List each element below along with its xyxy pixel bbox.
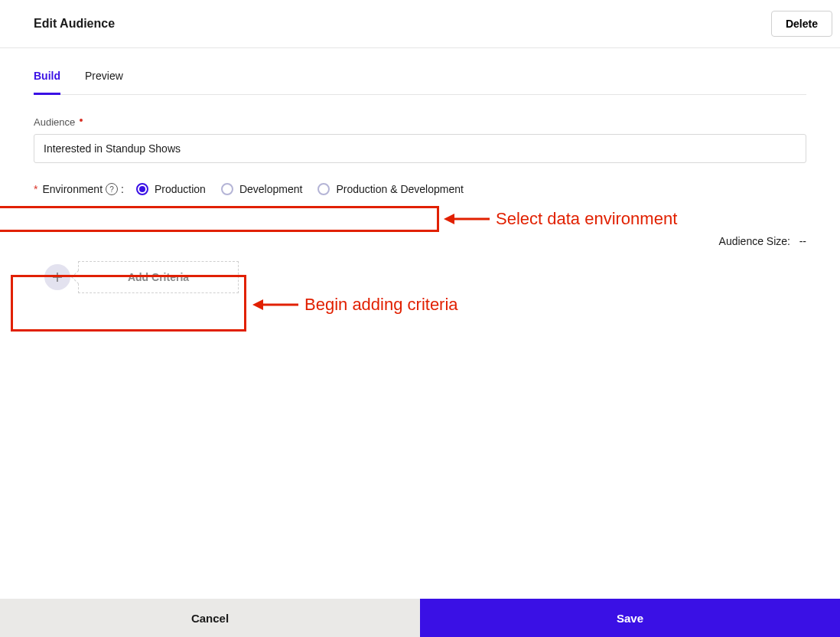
radio-development[interactable]: Development (221, 183, 303, 195)
environment-options: Production Development Production & Deve… (136, 183, 464, 195)
audience-size-row: Audience Size: -- (34, 235, 806, 247)
radio-production[interactable]: Production (136, 183, 206, 195)
audience-size-label: Audience Size: (719, 235, 790, 247)
radio-label: Production (155, 183, 206, 195)
delete-button[interactable]: Delete (771, 11, 832, 37)
environment-colon: : (121, 183, 124, 195)
criteria-zone: Add Criteria (34, 255, 806, 299)
radio-icon (317, 183, 330, 195)
audience-label: Audience (34, 116, 75, 128)
audience-field-block: Audience (34, 116, 806, 163)
environment-label-text: Environment (42, 183, 103, 195)
environment-label: * Environment ? : (34, 183, 124, 195)
tab-build[interactable]: Build (34, 70, 60, 95)
help-icon[interactable]: ? (106, 183, 118, 195)
required-asterisk-icon: * (34, 183, 37, 195)
audience-name-input[interactable] (34, 134, 806, 163)
svg-marker-5 (252, 299, 263, 310)
footer-bar: Cancel Save (0, 599, 840, 637)
tab-preview[interactable]: Preview (85, 70, 123, 95)
radio-icon (136, 183, 148, 195)
page-header: Edit Audience Delete (0, 0, 840, 48)
required-dot-icon (80, 119, 83, 122)
svg-marker-1 (444, 214, 454, 224)
audience-label-row: Audience (34, 116, 806, 128)
radio-icon (221, 183, 233, 195)
cancel-button[interactable]: Cancel (0, 599, 420, 637)
audience-size-value: -- (799, 235, 806, 247)
add-criteria-plus-button[interactable] (44, 264, 70, 290)
annotation-arrow-environment: Select data environment (444, 209, 677, 229)
radio-label: Development (239, 183, 303, 195)
annotation-text-environment: Select data environment (496, 209, 677, 229)
tabs: Build Preview (34, 70, 806, 95)
content-area: Build Preview Audience * Environment ? :… (0, 70, 840, 299)
annotation-text-criteria: Begin adding criteria (304, 295, 458, 315)
page-title: Edit Audience (34, 17, 115, 31)
annotation-box-environment (0, 206, 439, 232)
save-button[interactable]: Save (420, 599, 840, 637)
radio-production-development[interactable]: Production & Development (317, 183, 464, 195)
annotation-arrow-criteria: Begin adding criteria (252, 295, 458, 315)
add-criteria-button[interactable]: Add Criteria (78, 261, 239, 293)
plus-icon (51, 271, 63, 283)
environment-row: * Environment ? : Production Development… (34, 178, 806, 200)
radio-label: Production & Development (336, 183, 464, 195)
